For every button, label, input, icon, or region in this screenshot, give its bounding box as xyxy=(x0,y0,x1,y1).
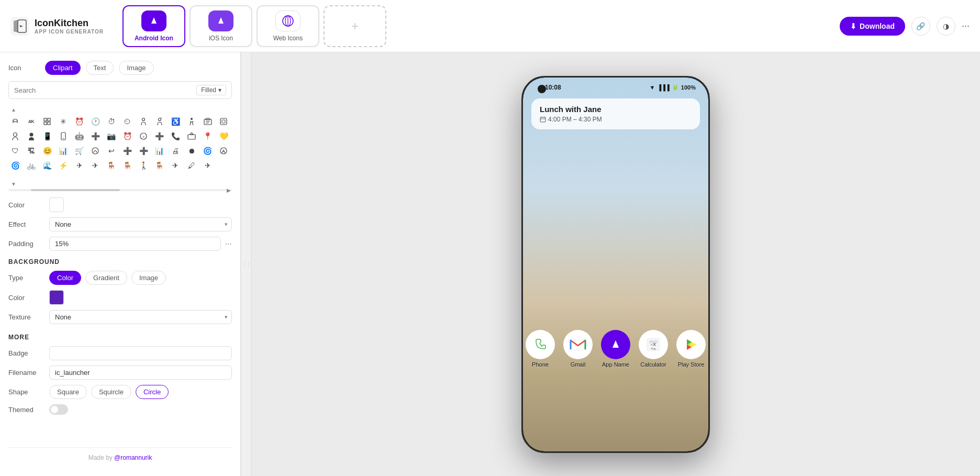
search-input[interactable] xyxy=(14,86,193,94)
padding-input[interactable] xyxy=(49,237,221,251)
grid-icon[interactable]: ➕ xyxy=(120,144,134,158)
grid-icon[interactable] xyxy=(185,129,198,143)
grid-icon[interactable]: 📊 xyxy=(57,144,70,158)
grid-icon[interactable]: ↩ xyxy=(105,144,118,158)
grid-icon[interactable]: 🌊 xyxy=(40,159,54,172)
link-button[interactable]: 🔗 xyxy=(911,17,930,36)
grid-icon[interactable]: ⚡ xyxy=(57,159,70,172)
grid-icon[interactable]: 📞 xyxy=(169,129,182,143)
grid-icon[interactable] xyxy=(57,129,70,143)
grid-icon[interactable] xyxy=(153,115,166,128)
grid-icon[interactable]: 😊 xyxy=(40,144,54,158)
theme-toggle-button[interactable]: ◑ xyxy=(937,17,955,36)
grid-icon[interactable]: ➕ xyxy=(153,129,166,143)
tab-web[interactable]: Web Icons xyxy=(257,5,319,47)
grid-icon[interactable] xyxy=(201,115,215,128)
grid-icon[interactable] xyxy=(217,115,230,128)
grid-icon[interactable]: 📍 xyxy=(201,129,215,143)
bg-color-swatch[interactable] xyxy=(49,290,64,305)
bg-image-btn[interactable]: Image xyxy=(131,271,166,285)
grid-icon[interactable]: 📊 xyxy=(153,144,166,158)
grid-icon[interactable]: 📱 xyxy=(40,129,54,143)
grid-icon[interactable]: ✈ xyxy=(201,159,215,172)
battery-percent: 100% xyxy=(681,84,696,91)
clipart-tab-btn[interactable]: Clipart xyxy=(45,61,81,75)
background-section-title: BACKGROUND xyxy=(8,258,232,265)
more-options-button[interactable]: ··· xyxy=(962,20,970,31)
grid-icon[interactable]: ✈ xyxy=(169,159,182,172)
filled-filter-btn[interactable]: Filled ▾ xyxy=(196,85,226,95)
grid-icon[interactable]: 🤖 xyxy=(73,129,86,143)
padding-more-btn[interactable]: ··· xyxy=(225,239,232,249)
grid-icon[interactable]: 📷 xyxy=(105,129,118,143)
grid-icon[interactable]: 🖊 xyxy=(185,159,198,172)
shape-circle-btn[interactable]: Circle xyxy=(136,385,169,399)
grid-icon[interactable]: 🪑 xyxy=(153,159,166,172)
grid-icon[interactable]: ⏰ xyxy=(120,129,134,143)
scroll-down-btn[interactable]: ▼ xyxy=(8,179,19,189)
grid-icon[interactable] xyxy=(8,129,22,143)
themed-toggle[interactable] xyxy=(49,404,68,415)
grid-icon[interactable]: 🚲 xyxy=(25,159,38,172)
tab-add[interactable]: + xyxy=(324,5,386,47)
grid-icon[interactable] xyxy=(88,144,102,158)
grid-icon[interactable]: 🪑 xyxy=(105,159,118,172)
svg-point-26 xyxy=(14,133,17,137)
grid-icon[interactable]: 🛡 xyxy=(8,144,22,158)
bg-color-btn[interactable]: Color xyxy=(49,271,81,285)
shape-square-btn[interactable]: Square xyxy=(49,385,87,399)
main-content: Icon Clipart Text Image Filled ▾ ▲ 4K ✳ … xyxy=(0,52,980,476)
grid-icon[interactable]: ♿ xyxy=(169,115,182,128)
grid-icon[interactable]: ⏱ xyxy=(105,115,118,128)
credit-author-link[interactable]: @romannurik xyxy=(114,454,152,461)
text-tab-btn[interactable]: Text xyxy=(86,61,114,75)
grid-icon[interactable]: 4K xyxy=(25,115,38,128)
icons-container: ▲ 4K ✳ ⏰ 🕐 ⏱ ⏲ ♿ 📱 xyxy=(8,104,232,189)
grid-icon[interactable]: 🏗 xyxy=(25,144,38,158)
grid-icon[interactable]: 🌀 xyxy=(201,144,215,158)
grid-icon[interactable]: ➕ xyxy=(88,129,102,143)
svg-marker-33 xyxy=(190,132,193,135)
android-tab-icon xyxy=(141,10,166,31)
grid-icon[interactable] xyxy=(8,115,22,128)
effect-select[interactable]: NoneShadowGlow xyxy=(49,217,232,231)
svg-point-9 xyxy=(13,119,17,122)
svg-rect-28 xyxy=(61,132,65,140)
grid-icon[interactable]: ➕ xyxy=(137,144,150,158)
grid-icon[interactable]: 🛒 xyxy=(73,144,86,158)
gmail-app-label: Gmail xyxy=(571,361,586,368)
grid-icon[interactable]: 🖨 xyxy=(169,144,182,158)
filename-input[interactable] xyxy=(49,366,232,380)
grid-icon[interactable] xyxy=(185,115,198,128)
grid-icon[interactable]: ✳ xyxy=(57,115,70,128)
grid-icon[interactable]: ⏲ xyxy=(120,115,134,128)
grid-icon[interactable]: 🌀 xyxy=(8,159,22,172)
grid-icon[interactable]: ⏰ xyxy=(73,115,86,128)
grid-icon[interactable]: + xyxy=(137,129,150,143)
tab-android[interactable]: Android Icon xyxy=(122,5,185,47)
grid-icon[interactable] xyxy=(40,115,54,128)
tab-ios[interactable]: iOS Icon xyxy=(190,5,252,47)
scroll-up-btn[interactable]: ▲ xyxy=(8,104,19,115)
svg-rect-32 xyxy=(188,135,195,139)
grid-icon[interactable]: 💛 xyxy=(217,129,230,143)
grid-icon[interactable]: 🪑 xyxy=(120,159,134,172)
grid-icon[interactable]: A xyxy=(217,144,230,158)
badge-input[interactable] xyxy=(49,346,232,360)
grid-icon[interactable] xyxy=(137,115,150,128)
texture-select[interactable]: NoneDotsLines xyxy=(49,310,232,324)
panel-divider[interactable]: ⋮⋮ xyxy=(241,52,251,476)
grid-icon[interactable]: 🚶 xyxy=(137,159,150,172)
download-button[interactable]: ⬇ Download xyxy=(840,17,905,36)
image-tab-btn[interactable]: Image xyxy=(119,61,153,75)
grid-icon[interactable]: ⏺ xyxy=(185,144,198,158)
bg-type-row: Type Color Gradient Image xyxy=(8,271,232,285)
bg-gradient-btn[interactable]: Gradient xyxy=(85,271,127,285)
grid-icon[interactable] xyxy=(25,129,38,143)
scroll-right-btn[interactable]: ▶ xyxy=(226,187,232,193)
shape-squircle-btn[interactable]: Squircle xyxy=(91,385,131,399)
grid-icon[interactable]: ✈ xyxy=(88,159,102,172)
icon-color-swatch[interactable] xyxy=(49,197,64,212)
grid-icon[interactable]: 🕐 xyxy=(88,115,102,128)
grid-icon[interactable]: ✈ xyxy=(73,159,86,172)
